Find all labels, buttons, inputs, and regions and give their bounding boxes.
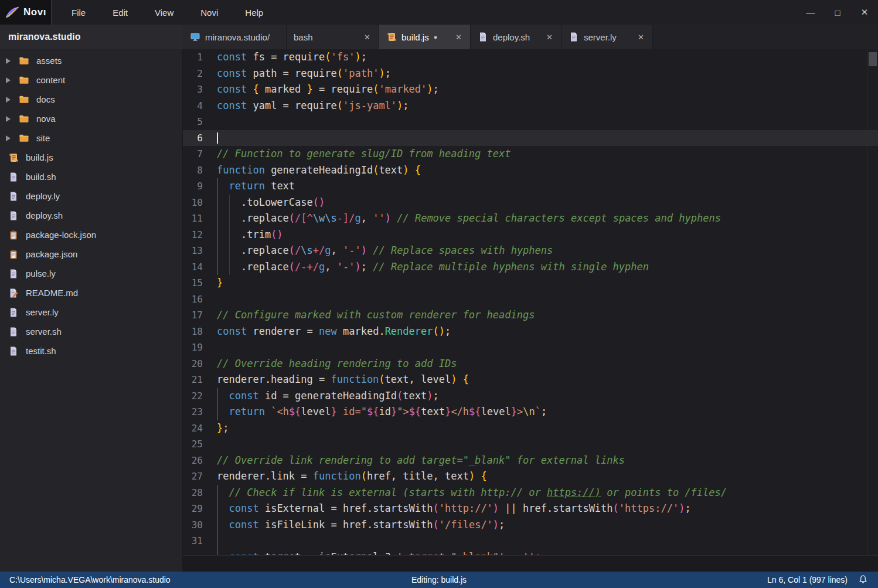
code-line-29[interactable]: 29 const isExternal = href.startsWith('h… [183,501,878,517]
indent-guide [229,227,230,243]
code-line-11[interactable]: 11 .replace(/[^\w\s-]/g, '') // Remove s… [183,210,878,227]
line-number: 12 [183,227,203,243]
code-line-28[interactable]: 28 // Check if link is external (starts … [183,485,878,501]
code-line-19[interactable]: 19 [183,339,878,356]
menu-item-file[interactable]: File [66,5,91,20]
sidebar-item-deploy-sh[interactable]: deploy.sh [0,206,182,225]
code-line-2[interactable]: 2const path = require('path'); [183,66,878,82]
code-line-9[interactable]: 9 return text [183,178,878,195]
tab-bash[interactable]: bash✕ [287,25,379,49]
line-number: 9 [183,178,203,195]
tab-close-icon[interactable]: ✕ [454,33,463,42]
code-line-21[interactable]: 21renderer.heading = function(text, leve… [183,372,878,388]
tab-build-js[interactable]: build.js●✕ [379,25,471,49]
app-logo: Novı [0,0,52,25]
doc-icon [8,307,19,318]
code-line-8[interactable]: 8function generateHeadingId(text) { [183,162,878,179]
code-line-32[interactable]: const target = isExternal ? ' target="_b… [183,549,878,556]
sidebar-item-server-ly[interactable]: server.ly [0,303,182,322]
menu-item-edit[interactable]: Edit [107,5,134,20]
code-line-30[interactable]: 30 const isFileLink = href.startsWith('/… [183,517,878,533]
indent-guide [229,210,230,227]
sidebar-item-package-lock-json[interactable]: package-lock.json [0,225,182,244]
line-number: 20 [183,356,203,372]
tab-label: bash [294,32,313,42]
chevron-right-icon[interactable] [6,116,11,122]
menu-item-novi[interactable]: Novi [195,5,224,20]
code-line-5[interactable]: 5 [183,114,878,130]
code-line-16[interactable]: 16 [183,291,878,308]
folder-icon [19,75,29,86]
tab-server-ly[interactable]: server.ly✕ [561,25,653,49]
tab-close-icon[interactable]: ✕ [545,33,554,42]
code-line-12[interactable]: 12 .trim() [183,227,878,243]
chevron-right-icon[interactable] [6,58,11,64]
code-line-17[interactable]: 17// Configure marked with custom render… [183,307,878,324]
code-line-31[interactable]: 31 [183,533,878,549]
tab-miranova-studio[interactable]: miranova.studio/ [183,25,287,49]
code-line-13[interactable]: 13 .replace(/\s+/g, '-') // Replace spac… [183,243,878,259]
sidebar-item-docs[interactable]: docs [0,90,182,109]
close-button[interactable]: ✕ [851,0,878,25]
code-line-23[interactable]: 23 return `<h${level} id="${id}">${text}… [183,404,878,420]
code-line-10[interactable]: 10 .toLowerCase() [183,195,878,211]
folder-icon [19,133,29,144]
sidebar-item-package-json[interactable]: package.json [0,244,182,264]
tab-deploy-sh[interactable]: deploy.sh✕ [471,25,561,49]
sidebar-item-build-js[interactable]: build.js [0,148,182,167]
code-line-24[interactable]: 24}; [183,420,878,437]
code-line-7[interactable]: 7// Function to generate slug/ID from he… [183,146,878,162]
code-line-1[interactable]: 1const fs = require('fs'); [183,49,878,66]
code-line-14[interactable]: 14 .replace(/-+/g, '-'); // Replace mult… [183,259,878,276]
minimize-button[interactable]: — [797,0,824,25]
code-line-4[interactable]: 4const yaml = require('js-yaml'); [183,98,878,114]
menu-item-view[interactable]: View [149,5,179,20]
sidebar-item-assets[interactable]: assets [0,51,182,70]
menu-item-help[interactable]: Help [239,5,269,20]
code-line-3[interactable]: 3const { marked } = require('marked'); [183,81,878,98]
sidebar-item-build-sh[interactable]: build.sh [0,167,182,186]
indent-guide [217,195,218,211]
chevron-right-icon[interactable] [6,135,11,141]
sidebar-item-nova[interactable]: nova [0,109,182,128]
chevron-right-icon[interactable] [6,77,11,83]
code-line-6[interactable]: 6 [183,130,878,147]
sidebar-item-testit-sh[interactable]: testit.sh [0,341,182,361]
code-line-26[interactable]: 26// Override link rendering to add targ… [183,453,878,469]
folder-icon [19,114,29,124]
code-line-27[interactable]: 27renderer.link = function(href, title, … [183,468,878,485]
indent-guide [217,259,218,276]
editor-scrollbar[interactable] [867,49,878,555]
scrollbar-thumb[interactable] [869,52,877,66]
sidebar-item-pulse-ly[interactable]: pulse.ly [0,264,182,283]
code-line-20[interactable]: 20// Override heading rendering to add I… [183,356,878,372]
line-number: 14 [183,259,203,276]
chevron-right-icon[interactable] [6,97,11,103]
sidebar-item-server-sh[interactable]: server.sh [0,322,182,341]
line-number: 15 [183,275,203,291]
doc-icon [8,346,19,356]
item-label: build.sh [26,172,56,182]
indent-guide [217,501,218,517]
sidebar-item-readme-md[interactable]: README.md [0,283,182,303]
tab-close-icon[interactable]: ✕ [637,33,645,42]
item-label: build.js [26,152,53,162]
sidebar-item-content[interactable]: content [0,70,182,90]
doc-icon [8,210,19,221]
bell-icon[interactable] [859,575,867,586]
tab-close-icon[interactable]: ✕ [363,33,372,42]
monitor-icon [190,32,200,42]
text-cursor [217,132,218,144]
maximize-button[interactable]: □ [824,0,851,25]
sidebar-item-site[interactable]: site [0,128,182,148]
modified-dot-icon: ● [434,33,438,40]
indent-guide [229,243,230,259]
sidebar-item-deploy-ly[interactable]: deploy.ly [0,186,182,206]
window-controls: — □ ✕ [797,0,878,25]
code-line-15[interactable]: 15} [183,275,878,291]
code-line-22[interactable]: 22 const id = generateHeadingId(text); [183,388,878,405]
code-line-25[interactable]: 25 [183,436,878,453]
code-editor[interactable]: 1const fs = require('fs');2const path = … [183,49,878,555]
workspace-title: miranova.studio [0,25,183,49]
code-line-18[interactable]: 18const renderer = new marked.Renderer()… [183,324,878,340]
